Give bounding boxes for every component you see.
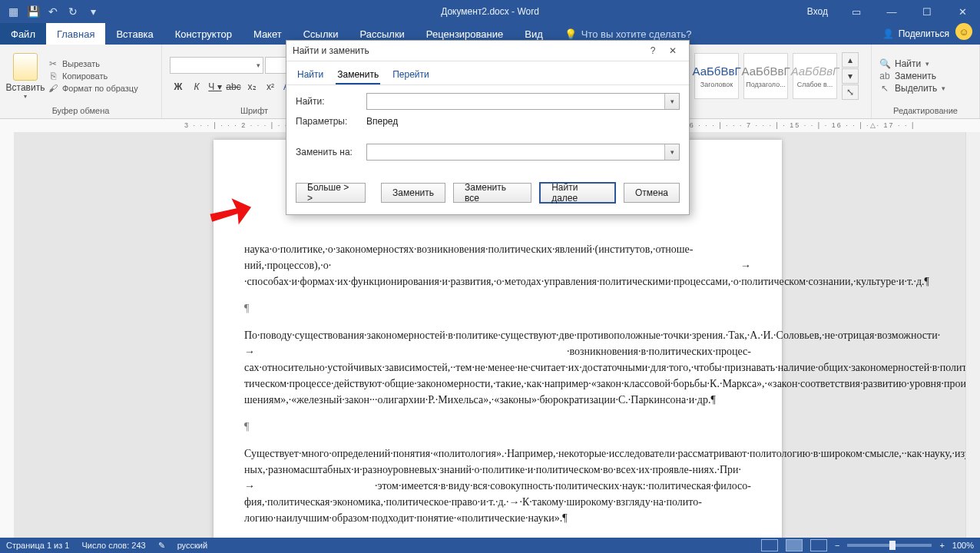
zoom-in-button[interactable]: +	[939, 541, 944, 550]
word-app-icon: ▦	[5, 3, 22, 20]
style-weak[interactable]: АаБбВвГСлабое в...	[793, 53, 837, 99]
select-button[interactable]: ↖Выделить▾	[879, 83, 945, 94]
replace-input[interactable]	[366, 144, 680, 161]
redo-icon[interactable]: ↻	[65, 3, 81, 20]
paste-button[interactable]: Вставить ▾	[8, 53, 43, 100]
maximize-icon[interactable]: ☐	[909, 0, 945, 23]
find-input[interactable]	[366, 93, 680, 110]
vertical-scrollbar[interactable]	[965, 132, 980, 538]
view-read-mode[interactable]	[761, 539, 778, 551]
styles-scroll-up[interactable]: ▴	[842, 52, 859, 68]
tell-me-label: Что вы хотите сделать?	[581, 28, 692, 40]
tab-insert[interactable]: Вставка	[105, 23, 164, 45]
minimize-icon[interactable]: —	[874, 0, 909, 23]
replace-label: Заменить	[895, 71, 936, 81]
paragraph[interactable]: наука·о·политике,·о·закономерностях·возн…	[244, 241, 751, 290]
cut-label: Вырезать	[62, 59, 100, 68]
replace-all-button[interactable]: Заменить все	[453, 183, 531, 203]
find-button[interactable]: 🔍Найти▾	[879, 58, 945, 69]
ribbon-options-icon[interactable]: ▭	[839, 0, 874, 23]
undo-icon[interactable]: ↶	[45, 3, 61, 20]
style-subheading[interactable]: АаБбВвГПодзаголо...	[743, 53, 788, 99]
subscript-button[interactable]: x₂	[243, 78, 260, 95]
scissors-icon: ✂	[48, 58, 58, 69]
find-field-label: Найти:	[296, 96, 360, 107]
tab-design[interactable]: Конструктор	[164, 23, 243, 45]
title-bar: ▦ 💾 ↶ ↻ ▾ Документ2.docx - Word Вход ▭ —…	[0, 0, 980, 23]
paragraph-mark[interactable]: ¶	[244, 419, 751, 435]
style-sample: АаБбВвГ	[791, 65, 839, 78]
tab-home[interactable]: Главная	[46, 23, 105, 45]
vertical-ruler[interactable]	[0, 132, 15, 538]
replace-icon: ab	[879, 71, 890, 81]
zoom-slider[interactable]	[847, 544, 932, 547]
share-button[interactable]: 👤Поделиться	[882, 23, 949, 45]
dialog-tab-goto[interactable]: Перейти	[391, 66, 431, 84]
strike-button[interactable]: abc	[225, 78, 242, 95]
select-label: Выделить	[895, 83, 937, 94]
paragraph-mark[interactable]: ¶	[244, 300, 751, 316]
dialog-tabs: Найти Заменить Перейти	[286, 61, 689, 85]
close-window-icon[interactable]: ✕	[945, 0, 980, 23]
bold-button[interactable]: Ж	[170, 78, 187, 95]
copy-button[interactable]: ⎘Копировать	[48, 71, 138, 81]
feedback-smiley-icon[interactable]: ☺	[955, 23, 972, 40]
dialog-help-icon[interactable]: ?	[643, 45, 663, 56]
status-word-count[interactable]: Число слов: 243	[81, 541, 145, 550]
paste-label: Вставить	[6, 82, 45, 93]
style-name: Заголовок	[700, 81, 733, 88]
styles-expand[interactable]: ⤡	[842, 84, 859, 100]
font-name-combo[interactable]	[170, 57, 263, 74]
status-language[interactable]: русский	[177, 541, 207, 550]
cancel-button[interactable]: Отмена	[624, 183, 680, 203]
paragraph[interactable]: Существует·много·определений·понятия·«по…	[244, 445, 751, 526]
dialog-close-icon[interactable]: ✕	[663, 45, 683, 56]
zoom-level[interactable]: 100%	[952, 541, 974, 550]
style-name: Подзаголо...	[746, 81, 785, 88]
dialog-tab-replace[interactable]: Заменить	[336, 66, 380, 84]
underline-button[interactable]: Ч ▾	[207, 78, 223, 95]
styles-scroll-down[interactable]: ▾	[842, 68, 859, 84]
find-next-button[interactable]: Найти далее	[539, 182, 616, 204]
select-icon: ↖	[879, 83, 890, 94]
status-bar: Страница 1 из 1 Число слов: 243 ✎ русски…	[0, 538, 980, 553]
format-painter-label: Формат по образцу	[62, 84, 138, 93]
status-page[interactable]: Страница 1 из 1	[6, 541, 69, 550]
style-sample: АаБбВвГ	[741, 65, 790, 78]
tab-layout[interactable]: Макет	[243, 23, 293, 45]
replace-one-button[interactable]: Заменить	[381, 183, 445, 203]
replace-field-label: Заменить на:	[296, 147, 360, 157]
copy-icon: ⎘	[48, 71, 58, 81]
paragraph[interactable]: По·поводу·существования·закономерностей·…	[244, 327, 751, 408]
style-sample: АаБбВвГ	[692, 65, 740, 78]
lightbulb-icon: 💡	[564, 28, 577, 40]
window-title: Документ2.docx - Word	[441, 6, 539, 17]
superscript-button[interactable]: x²	[262, 78, 279, 95]
group-editing-label: Редактирование	[879, 104, 972, 118]
find-replace-dialog: Найти и заменить ? ✕ Найти Заменить Пере…	[286, 40, 690, 215]
zoom-out-button[interactable]: −	[835, 541, 839, 550]
search-icon: 🔍	[879, 58, 890, 69]
view-web-layout[interactable]	[810, 539, 827, 551]
share-icon: 👤	[882, 28, 894, 39]
replace-button[interactable]: abЗаменить	[879, 71, 945, 81]
style-name: Слабое в...	[797, 81, 833, 88]
copy-label: Копировать	[62, 71, 108, 81]
paste-icon	[13, 53, 38, 81]
view-print-layout[interactable]	[786, 539, 803, 551]
status-spellcheck-icon[interactable]: ✎	[158, 541, 165, 551]
tab-file[interactable]: Файл	[0, 23, 46, 45]
italic-button[interactable]: К	[188, 78, 205, 95]
dialog-titlebar[interactable]: Найти и заменить ? ✕	[286, 41, 689, 61]
signin-button[interactable]: Вход	[796, 0, 839, 23]
more-button[interactable]: Больше > >	[296, 183, 366, 203]
qat-customize-icon[interactable]: ▾	[84, 3, 101, 20]
format-painter-button[interactable]: 🖌Формат по образцу	[48, 83, 138, 94]
params-label: Параметры:	[296, 116, 360, 127]
save-icon[interactable]: 💾	[25, 3, 41, 20]
group-clipboard: Вставить ▾ ✂Вырезать ⎘Копировать 🖌Формат…	[0, 45, 162, 118]
cut-button[interactable]: ✂Вырезать	[48, 58, 138, 69]
style-heading[interactable]: АаБбВвГЗаголовок	[694, 53, 739, 99]
dialog-tab-find[interactable]: Найти	[296, 66, 325, 84]
share-label: Поделиться	[899, 28, 949, 39]
